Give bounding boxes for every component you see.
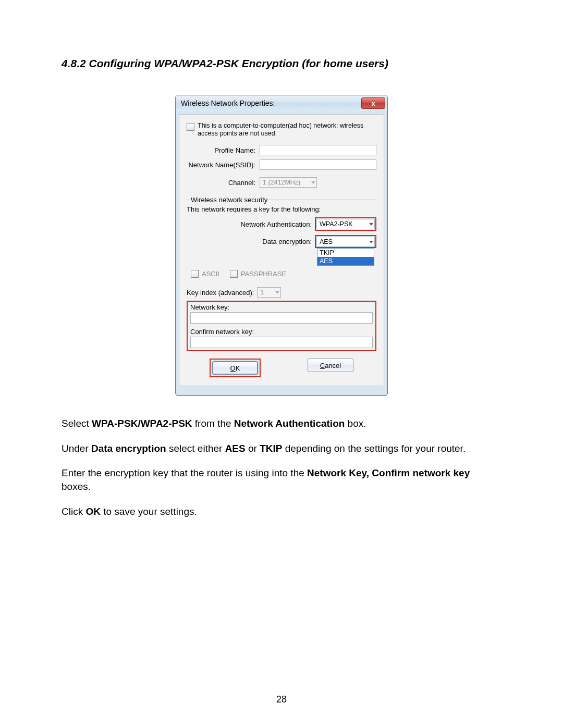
- titlebar: Wireless Network Properties: x: [176, 95, 387, 111]
- network-key-label: Network key:: [190, 303, 373, 311]
- ssid-label: Network Name(SSID):: [187, 161, 260, 169]
- text: depending on the settings for your route…: [282, 443, 466, 454]
- ssid-input[interactable]: [260, 159, 376, 170]
- keyindex-row: Key index (advanced): 1: [187, 287, 376, 298]
- text-bold: OK: [85, 506, 101, 517]
- text-bold: WPA-PSK/WPA2-PSK: [92, 418, 192, 429]
- adhoc-label: This is a computer-to-computer(ad hoc) n…: [198, 122, 376, 138]
- auth-row: Network Authentication: WPA2-PSK: [187, 217, 376, 231]
- text: Click: [62, 506, 85, 517]
- channel-label: Channel:: [187, 179, 260, 187]
- network-authentication-select[interactable]: WPA2-PSK: [316, 219, 375, 229]
- cancel-label-rest: ancel: [325, 362, 341, 369]
- passphrase-option: PASSPHRASE: [230, 270, 286, 278]
- close-button[interactable]: x: [361, 97, 385, 109]
- auth-value: WPA2-PSK: [320, 220, 353, 228]
- screenshot-container: Wireless Network Properties: x This is a…: [62, 95, 501, 396]
- encryption-option-aes[interactable]: AES: [317, 257, 374, 265]
- ssid-row: Network Name(SSID):: [187, 159, 376, 170]
- security-group: Wireless network security This network r…: [187, 192, 376, 377]
- encryption-label: Data encryption:: [187, 238, 315, 245]
- ascii-option: ASCII: [191, 270, 219, 278]
- confirm-key-label: Confirm network key:: [190, 328, 373, 336]
- channel-value: 1 (2412MHz): [263, 179, 300, 186]
- ok-label-rest: K: [236, 364, 240, 372]
- page-number: 28: [0, 694, 563, 705]
- text: Select: [62, 418, 92, 429]
- text: from the: [192, 418, 234, 429]
- chevron-down-icon: [369, 223, 373, 226]
- chevron-down-icon: [369, 241, 373, 243]
- passphrase-label: PASSPHRASE: [241, 270, 286, 278]
- text-bold: Network Key, Confirm network key: [307, 467, 470, 478]
- paragraph-4: Click OK to save your settings.: [62, 505, 501, 519]
- data-encryption-select[interactable]: AES TKIP AES: [316, 237, 375, 247]
- keyindex-select: 1: [257, 287, 281, 298]
- text-bold: AES: [225, 443, 246, 454]
- ascii-checkbox: [191, 270, 199, 278]
- cancel-button[interactable]: Cancel: [308, 359, 353, 372]
- chevron-down-icon: [311, 181, 315, 184]
- security-group-label: Wireless network security: [189, 196, 270, 204]
- text-bold: Network Authentication: [234, 418, 345, 429]
- channel-select: 1 (2412MHz): [260, 177, 317, 188]
- ok-button[interactable]: OK: [212, 361, 258, 375]
- paragraph-2: Under Data encryption select either AES …: [62, 442, 501, 455]
- passphrase-checkbox: [230, 270, 238, 278]
- encryption-row: Data encryption: AES TKIP AES: [187, 235, 376, 248]
- text: select either: [166, 443, 225, 454]
- adhoc-checkbox[interactable]: [187, 123, 194, 131]
- security-intro: This network requires a key for the foll…: [187, 205, 376, 213]
- paragraph-3: Enter the encryption key that the router…: [62, 466, 501, 493]
- text: Under: [62, 443, 91, 454]
- text: or: [246, 443, 260, 454]
- dialog-window: Wireless Network Properties: x This is a…: [175, 95, 388, 396]
- text: boxes.: [62, 481, 91, 492]
- encryption-option-tkip[interactable]: TKIP: [317, 249, 374, 257]
- button-row: OK Cancel: [187, 359, 376, 377]
- dialog-body: This is a computer-to-computer(ad hoc) n…: [179, 114, 384, 386]
- text-bold: TKIP: [260, 443, 282, 454]
- ok-highlight: OK: [210, 359, 261, 377]
- auth-label: Network Authentication:: [187, 220, 315, 228]
- ascii-label: ASCII: [202, 270, 219, 278]
- auth-highlight: WPA2-PSK: [315, 217, 376, 231]
- keyindex-value: 1: [260, 289, 264, 296]
- encryption-dropdown: TKIP AES: [317, 248, 374, 266]
- key-format-row: ASCII PASSPHRASE: [191, 270, 376, 278]
- keyindex-label: Key index (advanced):: [187, 289, 254, 297]
- network-key-highlight: Network key: Confirm network key:: [187, 301, 376, 351]
- chevron-down-icon: [275, 291, 279, 294]
- adhoc-row: This is a computer-to-computer(ad hoc) n…: [187, 122, 376, 138]
- profile-name-input[interactable]: [260, 145, 376, 155]
- close-icon: x: [371, 100, 375, 107]
- profile-name-label: Profile Name:: [187, 146, 260, 154]
- network-key-input[interactable]: [190, 312, 373, 324]
- encryption-highlight: AES TKIP AES: [315, 235, 376, 248]
- paragraph-1: Select WPA-PSK/WPA2-PSK from the Network…: [62, 417, 501, 430]
- section-heading: 4.8.2 Configuring WPA/WPA2-PSK Encryptio…: [62, 57, 501, 70]
- text: Enter the encryption key that the router…: [62, 467, 307, 478]
- channel-row: Channel: 1 (2412MHz): [187, 177, 376, 188]
- window-title: Wireless Network Properties:: [181, 99, 275, 107]
- confirm-key-input[interactable]: [190, 337, 373, 348]
- profile-name-row: Profile Name:: [187, 145, 376, 155]
- encryption-value: AES: [320, 238, 333, 245]
- text-bold: Data encryption: [91, 443, 166, 454]
- text: box.: [345, 418, 366, 429]
- text: to save your settings.: [101, 506, 197, 517]
